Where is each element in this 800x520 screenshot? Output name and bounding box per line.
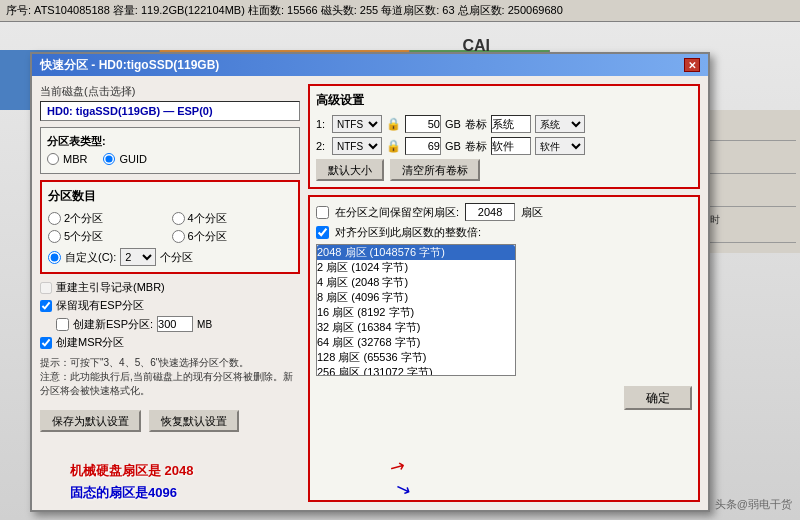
row1-vol-label: 卷标	[465, 117, 487, 132]
partition-count-grid: 2个分区 4个分区 5个分区 6个分区	[48, 211, 292, 244]
custom-count-row: 自定义(C): 234 个分区	[48, 248, 292, 266]
advanced-section: 高级设置 1: NTFSFAT32 🔒 GB 卷标 系统	[308, 84, 700, 189]
custom-count-suffix: 个分区	[160, 250, 193, 265]
count-2-option[interactable]: 2个分区	[48, 211, 169, 226]
disk-info: 序号: ATS104085188 容量: 119.2GB(122104MB) 柱…	[6, 3, 563, 18]
mbr-rebuild-label: 重建主引导记录(MBR)	[56, 280, 165, 295]
row1-vol-select[interactable]: 系统	[535, 115, 585, 133]
top-info-bar: 序号: ATS104085188 容量: 119.2GB(122104MB) 柱…	[0, 0, 800, 22]
dialog-title: 快速分区 - HD0:tigoSSD(119GB)	[40, 57, 219, 74]
guid-option[interactable]: GUID	[103, 153, 147, 165]
annotation-ssd: 固态的扇区是4096	[70, 484, 177, 502]
dialog-body: 当前磁盘(点击选择) HD0: tigaSSD(119GB) — ESP(0) …	[32, 76, 708, 510]
bottom-buttons: 保存为默认设置 恢复默认设置	[40, 410, 300, 432]
count-5-option[interactable]: 5个分区	[48, 229, 169, 244]
default-size-button[interactable]: 默认大小	[316, 159, 384, 181]
count-5-radio[interactable]	[48, 230, 61, 243]
lock-icon-2: 🔒	[386, 139, 401, 153]
sector-select[interactable]: 2048 扇区 (1048576 字节) 2 扇区 (1024 字节) 4 扇区…	[317, 245, 515, 375]
mbr-rebuild-row[interactable]: 重建主引导记录(MBR)	[40, 280, 300, 295]
main-area: 50.0GB HD0:tigo(119GB) 68.8GB 5198GPT 51…	[0, 22, 800, 520]
dialog-right-panel: 高级设置 1: NTFSFAT32 🔒 GB 卷标 系统	[308, 84, 700, 502]
free-sector-checkbox[interactable]	[316, 206, 329, 219]
align-sector-checkbox[interactable]	[316, 226, 329, 239]
row2-vol-select[interactable]: 软件	[535, 137, 585, 155]
row2-vol-label: 卷标	[465, 139, 487, 154]
align-sector-row: 对齐分区到此扇区数的整数倍:	[316, 225, 692, 240]
row1-num: 1:	[316, 118, 328, 130]
dialog-left-panel: 当前磁盘(点击选择) HD0: tigaSSD(119GB) — ESP(0) …	[40, 84, 300, 502]
esp-unit: MB	[197, 319, 212, 330]
keep-esp-row[interactable]: 保留现有ESP分区	[40, 298, 300, 313]
annotation-area: 机械硬盘扇区是 2048 固态的扇区是4096	[70, 462, 194, 502]
mbr-label: MBR	[63, 153, 87, 165]
count-6-radio[interactable]	[172, 230, 185, 243]
hint-text: 提示：可按下"3、4、5、6"快速选择分区个数。 注意：此功能执行后,当前磁盘上…	[40, 356, 300, 398]
new-esp-label: 创建新ESP分区:	[73, 317, 153, 332]
partition-type-label: 分区表类型:	[47, 134, 293, 149]
advanced-title: 高级设置	[316, 92, 692, 109]
current-disk-section: 当前磁盘(点击选择) HD0: tigaSSD(119GB) — ESP(0)	[40, 84, 300, 121]
row2-size-input[interactable]	[405, 137, 441, 155]
close-button[interactable]: ✕	[684, 58, 700, 72]
lock-icon-1: 🔒	[386, 117, 401, 131]
partition-row-1: 1: NTFSFAT32 🔒 GB 卷标 系统	[316, 115, 692, 133]
row1-unit: GB	[445, 118, 461, 130]
partition-type-section: 分区表类型: MBR GUID	[40, 127, 300, 174]
row2-unit: GB	[445, 140, 461, 152]
disk-selector[interactable]: HD0: tigaSSD(119GB) — ESP(0)	[40, 101, 300, 121]
mbr-option[interactable]: MBR	[47, 153, 87, 165]
dialog-titlebar: 快速分区 - HD0:tigoSSD(119GB) ✕	[32, 54, 708, 76]
new-esp-checkbox[interactable]	[56, 318, 69, 331]
row2-vol-input[interactable]	[491, 137, 531, 155]
row2-num: 2:	[316, 140, 328, 152]
count-4-option[interactable]: 4个分区	[172, 211, 293, 226]
row2-fs-select[interactable]: NTFSFAT32	[332, 137, 382, 155]
msr-checkbox[interactable]	[40, 337, 52, 349]
guid-label: GUID	[119, 153, 147, 165]
row1-size-input[interactable]	[405, 115, 441, 133]
count-6-option[interactable]: 6个分区	[172, 229, 293, 244]
quick-partition-dialog: 快速分区 - HD0:tigoSSD(119GB) ✕ 当前磁盘(点击选择) H…	[30, 52, 710, 512]
msr-row[interactable]: 创建MSR分区	[40, 335, 300, 350]
msr-label: 创建MSR分区	[56, 335, 124, 350]
annotation-mechanical: 机械硬盘扇区是 2048	[70, 462, 194, 480]
new-esp-row[interactable]: 创建新ESP分区: MB	[40, 316, 300, 332]
custom-count-radio[interactable]	[48, 251, 61, 264]
free-sector-label: 在分区之间保留空闲扇区:	[335, 205, 459, 220]
keep-esp-checkbox[interactable]	[40, 300, 52, 312]
confirm-button[interactable]: 确定	[624, 386, 692, 410]
keep-esp-label: 保留现有ESP分区	[56, 298, 144, 313]
esp-size-input[interactable]	[157, 316, 193, 332]
partition-count-section: 分区数目 2个分区 4个分区 5个分区	[40, 180, 300, 274]
restore-default-button[interactable]: 恢复默认设置	[149, 410, 239, 432]
free-sector-input[interactable]	[465, 203, 515, 221]
watermark: 头条@弱电干货	[715, 497, 792, 512]
mbr-rebuild-checkbox[interactable]	[40, 282, 52, 294]
partition-count-title: 分区数目	[48, 188, 292, 205]
advanced-buttons: 默认大小 清空所有卷标	[316, 159, 692, 181]
custom-count-select[interactable]: 234	[120, 248, 156, 266]
count-2-radio[interactable]	[48, 212, 61, 225]
align-sector-label: 对齐分区到此扇区数的整数倍:	[335, 225, 481, 240]
count-4-radio[interactable]	[172, 212, 185, 225]
guid-radio[interactable]	[103, 153, 115, 165]
mbr-radio[interactable]	[47, 153, 59, 165]
clear-labels-button[interactable]: 清空所有卷标	[390, 159, 480, 181]
partition-row-2: 2: NTFSFAT32 🔒 GB 卷标 软件	[316, 137, 692, 155]
checkboxes-area: 重建主引导记录(MBR) 保留现有ESP分区 创建新ESP分区: MB	[40, 280, 300, 350]
lower-right-section: 在分区之间保留空闲扇区: 扇区 对齐分区到此扇区数的整数倍: 2048 扇区 (…	[308, 195, 700, 502]
free-sector-unit: 扇区	[521, 205, 543, 220]
custom-count-label: 自定义(C):	[65, 250, 116, 265]
row1-vol-input[interactable]	[491, 115, 531, 133]
row1-fs-select[interactable]: NTFSFAT32	[332, 115, 382, 133]
free-sector-row: 在分区之间保留空闲扇区: 扇区	[316, 203, 692, 221]
current-disk-label: 当前磁盘(点击选择)	[40, 84, 300, 99]
save-default-button[interactable]: 保存为默认设置	[40, 410, 141, 432]
sector-dropdown[interactable]: 2048 扇区 (1048576 字节) 2 扇区 (1024 字节) 4 扇区…	[316, 244, 516, 376]
